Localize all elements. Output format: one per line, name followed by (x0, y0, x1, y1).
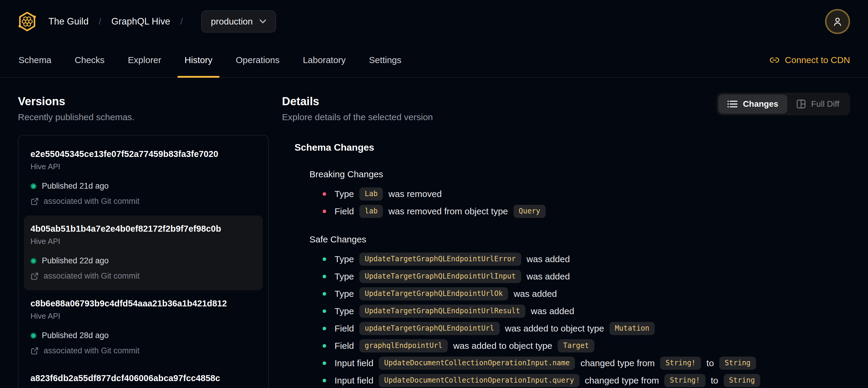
version-service-name: Hive API (30, 237, 256, 246)
change-text: was added to object type (453, 341, 552, 351)
details-header: Details Explore details of the selected … (282, 91, 850, 122)
change-text: was added (527, 254, 570, 264)
change-text: Type (335, 271, 354, 281)
git-commit-link[interactable]: associated with Git commit (30, 197, 256, 206)
change-row: TypeLabwas removed (322, 187, 850, 201)
change-text: Input field (335, 376, 373, 386)
tab-checks[interactable]: Checks (74, 43, 105, 77)
code-chip: String (724, 374, 761, 387)
change-text: Type (335, 306, 354, 316)
change-text: Type (335, 189, 354, 199)
list-icon (727, 100, 738, 108)
safe-bullet (322, 257, 326, 261)
code-chip: updateTargetGraphQLEndpointUrl (359, 322, 499, 335)
tabs-row: SchemaChecksExplorerHistoryOperationsLab… (0, 43, 868, 77)
change-row: TypeUpdateTargetGraphQLEndpointUrlOkwas … (322, 287, 850, 301)
change-text: was removed from object type (388, 206, 508, 216)
code-chip: lab (359, 205, 383, 218)
change-text: was removed (388, 189, 441, 199)
view-toggle-label: Changes (743, 99, 778, 109)
git-commit-link[interactable]: associated with Git commit (30, 271, 256, 281)
change-text: Type (335, 289, 354, 299)
view-toggle-group: ChangesFull Diff (717, 93, 850, 115)
versions-subtitle: Recently published schemas. (18, 112, 269, 122)
tab-explorer[interactable]: Explorer (127, 43, 162, 77)
published-status-dot (30, 258, 36, 264)
version-published-label: Published 28d ago (42, 331, 109, 340)
change-text: changed type from (580, 358, 654, 368)
change-row: TypeUpdateTargetGraphQLEndpointUrlResult… (322, 304, 850, 318)
user-icon (831, 15, 844, 28)
version-list-item[interactable]: 4b05ab51b1b4a7e2e4b0ef82172f2b9f7ef98c0b… (24, 215, 263, 290)
breadcrumb-separator: / (99, 17, 101, 27)
version-list-item[interactable]: c8b6e88a06793b9c4dfd54aaa21b36a1b421d812… (24, 290, 263, 365)
safe-changes-list: TypeUpdateTargetGraphQLEndpointUrlErrorw… (322, 252, 850, 387)
git-commit-label: associated with Git commit (43, 271, 140, 281)
safe-bullet (322, 275, 326, 278)
safe-bullet (322, 327, 326, 330)
change-text: was added (514, 289, 557, 299)
breadcrumb-project[interactable]: GraphQL Hive (112, 16, 170, 27)
change-text: Input field (335, 358, 373, 368)
columns-icon (796, 99, 806, 109)
breaking-changes-list: TypeLabwas removedFieldlabwas removed fr… (322, 187, 850, 218)
tab-history[interactable]: History (184, 43, 213, 77)
change-text: Field (335, 341, 354, 351)
git-commit-link[interactable]: associated with Git commit (30, 346, 256, 355)
code-chip: UpdateTargetGraphQLEndpointUrlResult (359, 305, 525, 318)
safe-bullet (322, 309, 326, 313)
version-published-label: Published 21d ago (42, 181, 109, 191)
user-menu-button[interactable] (825, 9, 850, 34)
tab-operations[interactable]: Operations (235, 43, 280, 77)
hive-logo-icon[interactable] (18, 12, 36, 31)
breadcrumb-separator: / (180, 17, 183, 27)
code-chip: graphqlEndpointUrl (359, 339, 448, 352)
code-chip: Lab (359, 187, 383, 200)
published-status-dot (30, 333, 36, 339)
safe-bullet (322, 379, 326, 382)
connect-to-cdn-label: Connect to CDN (785, 55, 850, 65)
app-window: The Guild / GraphQL Hive / production (0, 0, 868, 388)
git-commit-label: associated with Git commit (43, 346, 140, 355)
code-chip: String! (660, 357, 701, 369)
code-chip: String! (664, 374, 705, 387)
view-toggle-label: Full Diff (811, 99, 839, 109)
versions-title: Versions (18, 95, 269, 108)
breaking-bullet (322, 192, 326, 196)
connect-to-cdn-button[interactable]: Connect to CDN (769, 55, 850, 65)
details-panel: Details Explore details of the selected … (269, 91, 850, 388)
external-link-icon (30, 272, 39, 280)
version-list-item[interactable]: a823f6db2a55df877dcf406006abca97fcc4858c… (24, 365, 263, 388)
tab-laboratory[interactable]: Laboratory (302, 43, 346, 77)
version-hash: c8b6e88a06793b9c4dfd54aaa21b36a1b421d812 (30, 299, 256, 308)
nav-tabs: SchemaChecksExplorerHistoryOperationsLab… (18, 43, 402, 77)
change-row: Fieldlabwas removed from object typeQuer… (322, 205, 850, 218)
code-chip: Mutation (609, 322, 655, 335)
safe-bullet (322, 292, 326, 296)
breaking-bullet (322, 210, 326, 213)
version-status-row: Published 21d ago (30, 181, 256, 191)
tab-settings[interactable]: Settings (368, 43, 402, 77)
code-chip: UpdateTargetGraphQLEndpointUrlOk (359, 287, 508, 300)
view-toggle-changes[interactable]: Changes (718, 94, 787, 114)
safe-changes-heading: Safe Changes (309, 234, 850, 244)
tab-schema[interactable]: Schema (18, 43, 52, 77)
target-selector[interactable]: production (201, 10, 276, 33)
details-title: Details (282, 95, 433, 108)
change-text: to (706, 358, 714, 368)
change-row: Input fieldUpdateDocumentCollectionOpera… (322, 356, 850, 370)
code-chip: String (719, 357, 756, 369)
change-text: was added (527, 271, 570, 281)
code-chip: UpdateTargetGraphQLEndpointUrlError (359, 252, 521, 265)
change-row: FieldgraphqlEndpointUrlwas added to obje… (322, 339, 850, 353)
version-hash: a823f6db2a55df877dcf406006abca97fcc4858c (30, 374, 256, 383)
version-list-item[interactable]: e2e55045345ce13fe07f52a77459b83fa3fe7020… (24, 141, 263, 215)
change-row: Input fieldUpdateDocumentCollectionOpera… (322, 374, 850, 387)
view-toggle-full-diff[interactable]: Full Diff (787, 94, 848, 114)
header-top-row: The Guild / GraphQL Hive / production (0, 0, 868, 43)
version-service-name: Hive API (30, 386, 256, 388)
breadcrumb-org[interactable]: The Guild (49, 16, 88, 27)
external-link-icon (30, 197, 39, 206)
git-commit-label: associated with Git commit (43, 197, 140, 206)
change-text: Field (335, 206, 354, 216)
